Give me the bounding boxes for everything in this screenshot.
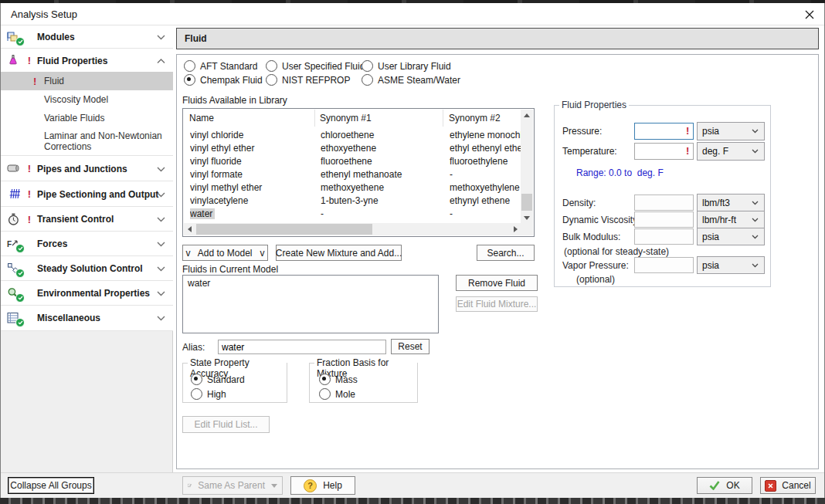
sidebar-group-fluid-properties[interactable]: ! Fluid Properties xyxy=(1,48,173,73)
create-new-mixture-button[interactable]: Create New Mixture and Add... xyxy=(276,245,402,261)
sidebar-group-transient-control[interactable]: ! Transient Control xyxy=(1,206,173,232)
reset-button[interactable]: Reset xyxy=(391,339,429,354)
scroll-right-button[interactable] xyxy=(510,223,521,235)
column-header-name[interactable]: Name xyxy=(189,113,214,123)
table-row-selected[interactable]: water - - xyxy=(184,208,522,221)
warning-icon: ! xyxy=(25,55,34,66)
radio-standard[interactable]: Standard xyxy=(191,374,245,385)
setup-sidebar: Modules ! Fluid Properties ! Fluid Visco… xyxy=(1,26,173,472)
background-app-bottom-strip xyxy=(0,498,825,504)
groupbox-title: Fluid Properties xyxy=(559,100,629,110)
collapse-all-groups-button[interactable]: Collapse All Groups xyxy=(8,477,94,494)
temperature-input[interactable] xyxy=(634,143,694,160)
table-row[interactable]: vinyl methyl ether methoxyethene methoxy… xyxy=(184,181,522,194)
sidebar-item-variable-fluids[interactable]: Variable Fluids xyxy=(1,109,173,127)
radio-nist-refprop[interactable]: NIST REFPROP xyxy=(266,74,350,86)
sidebar-item-laminar-corrections[interactable]: Laminar and Non-Newtonian Corrections xyxy=(1,127,173,155)
unit-value: lbm/hr-ft xyxy=(702,215,736,225)
radio-label: Chempak Fluid xyxy=(200,75,263,86)
alias-input[interactable] xyxy=(218,340,386,354)
table-row[interactable]: vinyl fluoride fluoroethene fluoroethyle… xyxy=(184,155,522,168)
sidebar-group-modules[interactable]: Modules xyxy=(1,26,173,48)
viscosity-unit-dropdown[interactable]: lbm/hr-ft xyxy=(697,211,765,228)
radio-selected-icon xyxy=(191,374,202,385)
radio-label: User Library Fluid xyxy=(378,61,451,72)
fluid-properties-group: Fluid Properties Pressure: ! psia Temper… xyxy=(554,105,771,287)
button-label: Help xyxy=(323,480,342,491)
column-header-synonym2[interactable]: Synonym #2 xyxy=(449,113,501,123)
sidebar-group-pipes-junctions[interactable]: ! Pipes and Junctions xyxy=(1,155,173,181)
chevron-down-icon xyxy=(271,484,277,488)
check-icon xyxy=(709,481,720,490)
density-unit-dropdown[interactable]: lbm/ft3 xyxy=(697,194,765,211)
bulk-modulus-label: Bulk Modulus: xyxy=(562,232,620,242)
sidebar-group-pipe-sectioning[interactable]: ! Pipe Sectioning and Output xyxy=(1,181,173,207)
table-row[interactable]: vinyl formate ethenyl methanoate - xyxy=(184,168,522,181)
scrollbar-thumb[interactable] xyxy=(196,224,372,235)
radio-aft-standard[interactable]: AFT Standard xyxy=(184,60,257,72)
dialog-title: Analysis Setup xyxy=(11,8,77,20)
vapor-unit-dropdown[interactable]: psia xyxy=(697,256,765,274)
remove-fluid-button[interactable]: Remove Fluid xyxy=(456,275,538,291)
warning-icon: ! xyxy=(25,188,34,200)
help-icon: ? xyxy=(304,479,317,492)
add-to-model-button[interactable]: v Add to Model v xyxy=(182,245,268,261)
current-model-listbox[interactable]: water xyxy=(182,275,439,333)
flowchart-icon xyxy=(7,262,22,276)
radio-high[interactable]: High xyxy=(191,388,226,400)
sidebar-item-viscosity-model[interactable]: Viscosity Model xyxy=(1,90,173,109)
radio-user-specified-fluid[interactable]: User Specified Fluid xyxy=(266,60,365,72)
dialog-titlebar[interactable] xyxy=(1,3,824,25)
sidebar-group-steady-solution[interactable]: Steady Solution Control xyxy=(1,255,173,281)
radio-icon xyxy=(362,74,373,86)
chevron-up-icon xyxy=(157,56,165,66)
pressure-input[interactable] xyxy=(634,123,694,140)
scroll-up-button[interactable] xyxy=(521,110,533,121)
close-button[interactable] xyxy=(800,7,819,22)
search-button[interactable]: Search... xyxy=(477,245,535,261)
modules-icon xyxy=(7,31,22,44)
temperature-unit-dropdown[interactable]: deg. F xyxy=(697,142,765,161)
scrollbar-thumb[interactable] xyxy=(521,194,532,211)
vertical-scrollbar[interactable] xyxy=(521,110,533,224)
selected-cell: water xyxy=(190,208,215,219)
unit-value: psia xyxy=(702,232,719,242)
list-item[interactable]: water xyxy=(183,276,438,291)
sidebar-label: Modules xyxy=(37,32,75,42)
sidebar-group-environmental[interactable]: Environmental Properties xyxy=(1,280,173,306)
radio-user-library-fluid[interactable]: User Library Fluid xyxy=(362,60,451,72)
table-row[interactable]: vinyl ethyl ether ethoxyethene ethyl eth… xyxy=(184,142,522,155)
pressure-unit-dropdown[interactable]: psia xyxy=(697,122,765,140)
dynamic-viscosity-label: Dynamic Viscosity: xyxy=(562,215,640,225)
pencil-form-icon xyxy=(188,480,192,491)
unit-value: deg. F xyxy=(702,146,728,157)
sidebar-label: Pipes and Junctions xyxy=(37,164,127,174)
chevron-down-icon xyxy=(157,288,165,299)
cancel-button[interactable]: Cancel xyxy=(760,477,816,494)
bulk-unit-dropdown[interactable]: psia xyxy=(697,228,765,245)
chevron-down-icon xyxy=(752,129,759,134)
radio-chempak-fluid[interactable]: Chempak Fluid xyxy=(184,74,263,86)
radio-asme-steam-water[interactable]: ASME Steam/Water xyxy=(362,74,460,86)
horizontal-scrollbar[interactable] xyxy=(184,223,521,235)
sidebar-label: Forces xyxy=(37,238,67,249)
sidebar-group-miscellaneous[interactable]: Miscellaneous xyxy=(1,305,173,331)
list-icon xyxy=(7,312,22,325)
vapor-pressure-label: Vapor Pressure: xyxy=(562,260,629,271)
status-check-icon xyxy=(15,244,25,253)
sidebar-item-fluid[interactable]: ! Fluid xyxy=(1,72,173,90)
sidebar-group-forces[interactable]: F Forces xyxy=(1,231,173,256)
bulk-modulus-input xyxy=(634,228,694,245)
radio-label: Mole xyxy=(335,389,355,400)
table-row[interactable]: vinylacetylene 1-buten-3-yne ethynyl eth… xyxy=(184,194,522,208)
scroll-left-button[interactable] xyxy=(184,223,195,235)
column-header-synonym1[interactable]: Synonym #1 xyxy=(320,113,372,123)
scroll-down-button[interactable] xyxy=(521,212,533,224)
state-property-accuracy-group: State Property Accuracy Standard High xyxy=(182,363,287,403)
radio-mole[interactable]: Mole xyxy=(319,388,355,400)
table-row[interactable]: vinyl chloride chloroethene ethylene mon… xyxy=(184,129,522,142)
ok-button[interactable]: OK xyxy=(697,477,752,494)
help-button[interactable]: ? Help xyxy=(290,476,355,495)
radio-mass[interactable]: Mass xyxy=(319,374,358,385)
sidebar-label: Miscellaneous xyxy=(37,313,100,323)
